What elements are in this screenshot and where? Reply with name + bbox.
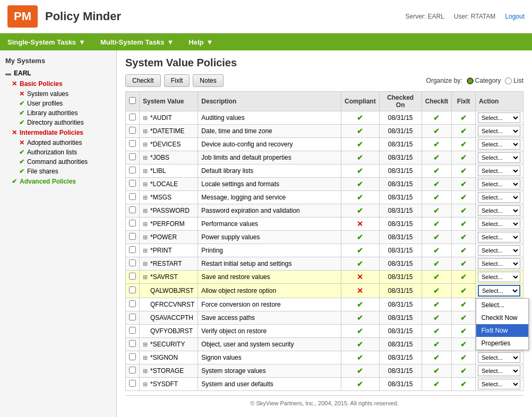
category-radio[interactable] <box>467 77 474 84</box>
row-checkit: ✔ <box>422 151 451 164</box>
expand-icon[interactable]: ⊞ <box>143 260 149 267</box>
row-compliant: ✕ <box>341 284 379 298</box>
row-checkbox[interactable] <box>129 140 136 147</box>
fixit-icon: ✔ <box>460 367 467 375</box>
row-checkbox[interactable] <box>129 180 136 187</box>
expand-icon[interactable]: ⊞ <box>143 141 149 147</box>
row-checkbox[interactable] <box>129 273 136 280</box>
action-dropdown-popup[interactable]: Select... CheckIt Now FixIt Now Properti… <box>476 298 529 350</box>
select-all-checkbox[interactable] <box>129 97 136 104</box>
logout-link[interactable]: Logout <box>505 13 525 20</box>
action-select[interactable]: Select...CheckIt NowFixIt NowProperties <box>478 366 520 376</box>
action-select[interactable]: Select...CheckIt NowFixIt NowProperties <box>478 192 520 203</box>
expand-icon[interactable]: ⊞ <box>143 181 149 187</box>
sidebar-item-library-authorities[interactable]: ✔ Library authorities <box>0 108 116 118</box>
sidebar-item-earl[interactable]: ▬ EARL <box>0 68 116 79</box>
action-select[interactable]: Select...CheckIt NowFixIt NowProperties <box>478 352 520 363</box>
sidebar-item-adopted-authorities[interactable]: ✕ Adopted authorities <box>0 138 116 147</box>
row-action: Select...CheckIt NowFixIt NowProperties <box>476 151 524 164</box>
action-select[interactable]: Select...CheckIt NowFixIt NowProperties <box>478 112 520 123</box>
sidebar-item-command-authorities[interactable]: ✔ Command authorities <box>0 157 116 167</box>
row-checkbox[interactable] <box>129 246 136 253</box>
row-checkbox[interactable] <box>129 353 136 360</box>
sidebar-item-user-profiles[interactable]: ✔ User profiles <box>0 99 116 108</box>
row-fixit: ✔ <box>452 178 476 191</box>
row-checkbox[interactable] <box>129 300 136 307</box>
row-checkbox[interactable] <box>129 340 136 347</box>
row-checkbox[interactable] <box>129 220 136 227</box>
sidebar-item-basic-policies[interactable]: ✕ Basic Policies <box>0 79 116 89</box>
compliant-no-icon: ✕ <box>357 273 363 281</box>
fixit-button[interactable]: FixIt <box>164 74 190 87</box>
expand-icon[interactable]: ⊞ <box>143 168 149 174</box>
list-radio-label[interactable]: List <box>505 77 524 84</box>
expand-icon[interactable]: ⊞ <box>143 234 149 240</box>
dropdown-option-properties[interactable]: Properties <box>476 337 528 350</box>
expand-icon[interactable]: ⊞ <box>143 128 149 134</box>
action-select[interactable]: Select...CheckIt NowFixIt NowProperties <box>478 166 520 176</box>
checkit-button[interactable]: CheckIt <box>125 74 161 87</box>
row-checkbox[interactable] <box>129 127 136 134</box>
expand-icon[interactable]: ⊞ <box>143 368 149 374</box>
action-select[interactable]: Select...CheckIt NowFixIt NowProperties <box>478 232 520 242</box>
expand-icon[interactable]: ⊞ <box>143 115 149 121</box>
expand-icon[interactable]: ⊞ <box>143 207 149 214</box>
sidebar-item-directory-authorities[interactable]: ✔ Directory authorities <box>0 118 116 127</box>
row-checkbox[interactable] <box>129 153 136 160</box>
sidebar-item-intermediate-policies[interactable]: ✕ Intermediate Policies <box>0 127 116 138</box>
category-radio-label[interactable]: Category <box>467 77 501 84</box>
row-checkbox[interactable] <box>129 380 136 387</box>
expand-icon[interactable]: ⊞ <box>143 341 149 348</box>
list-radio[interactable] <box>505 77 512 84</box>
action-select[interactable]: Select...CheckIt NowFixIt NowProperties <box>478 152 520 163</box>
expand-icon[interactable]: ⊞ <box>143 274 149 280</box>
row-checkbox[interactable] <box>129 327 136 334</box>
sidebar-item-system-values[interactable]: ✕ System values <box>0 89 116 99</box>
row-checkbox[interactable] <box>129 286 136 293</box>
row-checkbox[interactable] <box>129 259 136 266</box>
compliant-yes-icon: ✔ <box>357 140 363 149</box>
dropdown-option-select[interactable]: Select... <box>476 299 528 311</box>
sidebar-item-authorization-lists[interactable]: ✔ Authorization lists <box>0 147 116 157</box>
expand-icon[interactable]: ⊞ <box>143 247 149 254</box>
nav-multi-system[interactable]: Multi-System Tasks ▼ <box>93 33 181 50</box>
nav-single-system[interactable]: Single-System Tasks ▼ <box>0 33 93 50</box>
row-fixit: ✔ <box>452 364 476 378</box>
row-checkbox[interactable] <box>129 367 136 373</box>
action-select[interactable]: Select...CheckIt NowFixIt NowProperties <box>478 272 520 282</box>
fixit-icon: ✔ <box>460 259 467 268</box>
expand-icon[interactable]: ⊞ <box>143 381 149 387</box>
action-select[interactable]: Select...CheckIt NowFixIt NowProperties <box>478 379 520 389</box>
row-checkbox[interactable] <box>129 206 136 213</box>
action-select[interactable]: Select...CheckIt NowFixIt NowProperties <box>478 245 520 256</box>
library-authorities-status-icon: ✔ <box>19 109 24 117</box>
action-select[interactable]: Select...CheckIt NowFixIt NowProperties <box>478 258 520 269</box>
action-select[interactable]: Select...CheckIt NowFixIt NowProperties <box>478 205 520 216</box>
action-select[interactable]: Select...CheckIt NowFixIt NowProperties <box>478 219 520 229</box>
row-checkbox[interactable] <box>129 114 136 120</box>
notes-button[interactable]: Notes <box>193 74 223 87</box>
expand-icon[interactable]: ⊞ <box>143 194 149 201</box>
dropdown-option-checkit-now[interactable]: CheckIt Now <box>476 311 528 324</box>
sidebar-item-file-shares[interactable]: ✔ File shares <box>0 167 116 176</box>
row-checkbox[interactable] <box>129 167 136 173</box>
row-action: Select...CheckIt NowFixIt NowProperties <box>476 204 524 218</box>
checkit-icon: ✔ <box>433 206 440 215</box>
action-select[interactable]: Select...CheckIt NowFixIt NowProperties <box>478 179 520 189</box>
expand-icon[interactable]: ⊞ <box>143 154 149 161</box>
action-select[interactable]: Select...CheckIt NowFixIt NowProperties <box>478 126 520 136</box>
sidebar-item-advanced-policies[interactable]: ✔ Advanced Policies <box>0 176 116 187</box>
action-select-open[interactable]: Select...CheckIt NowFixIt NowProperties <box>478 285 520 297</box>
row-sysval: ⊞ *DEVICES <box>140 138 198 151</box>
expand-icon[interactable]: ⊞ <box>143 354 149 361</box>
expand-icon[interactable]: ⊞ <box>143 221 149 227</box>
row-checkbox[interactable] <box>129 233 136 240</box>
compliant-yes-icon: ✔ <box>357 327 363 335</box>
action-select[interactable]: Select...CheckIt NowFixIt NowProperties <box>478 139 520 150</box>
row-checkbox[interactable] <box>129 193 136 200</box>
dropdown-option-fixit-now[interactable]: FixIt Now <box>476 324 528 337</box>
row-sysval: ⊞ *RESTART <box>140 257 198 271</box>
nav-help[interactable]: Help ▼ <box>181 33 220 50</box>
row-sysval: ⊞ *PERFORM <box>140 218 198 231</box>
row-checkbox[interactable] <box>129 314 136 320</box>
